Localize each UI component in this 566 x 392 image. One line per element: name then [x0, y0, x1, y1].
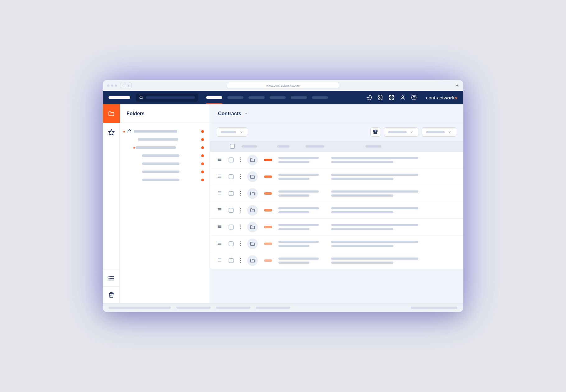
nav-tab-2[interactable]	[227, 91, 244, 104]
svg-rect-5	[390, 98, 391, 100]
folder-tree-item[interactable]	[123, 160, 204, 168]
folder-tree-item[interactable]	[123, 168, 204, 176]
drag-handle[interactable]	[217, 207, 222, 214]
row-menu[interactable]	[240, 208, 241, 212]
new-tab-button[interactable]: +	[455, 82, 459, 89]
cell-detail	[331, 190, 456, 197]
main-header: Contracts	[210, 104, 463, 123]
forward-button[interactable]: ›	[126, 83, 132, 88]
left-rail	[103, 104, 120, 303]
row-checkbox[interactable]	[229, 157, 234, 162]
drag-handle[interactable]	[217, 173, 222, 180]
column-header[interactable]	[365, 145, 381, 148]
cell-name	[278, 241, 325, 247]
browser-window: ‹ › www.contractworks.com + contra	[103, 80, 463, 312]
main-title: Contracts	[218, 111, 241, 116]
cell-name	[278, 190, 325, 197]
row-menu[interactable]	[240, 157, 241, 162]
filter-button-3[interactable]	[422, 127, 456, 137]
table-row[interactable]	[210, 185, 463, 202]
table-header	[210, 141, 463, 152]
row-menu[interactable]	[240, 174, 241, 179]
rail-favorites[interactable]	[103, 123, 120, 142]
help-icon[interactable]	[411, 95, 417, 100]
folder-label	[138, 138, 178, 141]
nav-tab-5[interactable]	[291, 91, 307, 104]
select-all-checkbox[interactable]	[230, 144, 235, 149]
rail-list[interactable]	[103, 270, 120, 286]
column-header[interactable]	[277, 145, 290, 148]
sidebar-title: Folders	[120, 104, 210, 123]
column-header[interactable]	[242, 145, 257, 148]
app-logo[interactable]	[109, 96, 130, 99]
user-icon[interactable]	[400, 95, 406, 100]
table-row[interactable]	[210, 219, 463, 235]
reports-icon[interactable]	[366, 95, 372, 100]
row-checkbox[interactable]	[229, 258, 234, 263]
drag-handle[interactable]	[217, 224, 222, 230]
row-menu[interactable]	[240, 191, 241, 196]
drag-handle[interactable]	[217, 190, 222, 197]
grid-icon[interactable]	[389, 95, 394, 100]
nav-tab-3[interactable]	[248, 91, 265, 104]
view-toggle[interactable]	[370, 127, 380, 137]
window-controls[interactable]	[107, 84, 117, 87]
table-row[interactable]	[210, 168, 463, 185]
drag-handle[interactable]	[217, 257, 222, 264]
rail-folders[interactable]	[103, 104, 120, 123]
svg-point-9	[414, 98, 414, 99]
cell-detail	[331, 157, 456, 163]
nav-tab-6[interactable]	[312, 91, 328, 104]
notification-dot	[201, 138, 204, 141]
svg-point-15	[109, 278, 109, 279]
filter-button-1[interactable]	[217, 127, 247, 137]
nav-tab-4[interactable]	[270, 91, 286, 104]
column-header[interactable]	[306, 145, 324, 148]
folder-tree-item[interactable]	[123, 176, 204, 184]
row-checkbox[interactable]	[229, 208, 234, 213]
cell-detail	[331, 241, 456, 247]
cell-detail	[331, 174, 456, 180]
row-checkbox[interactable]	[229, 191, 234, 196]
folder-tree-item[interactable]: ★	[123, 144, 204, 152]
filter-button-2[interactable]	[384, 127, 418, 137]
cell-name	[278, 174, 325, 180]
rail-trash[interactable]	[103, 286, 120, 303]
status-tag	[264, 209, 272, 212]
svg-rect-4	[392, 95, 394, 97]
row-checkbox[interactable]	[229, 225, 234, 230]
gear-icon[interactable]	[378, 95, 383, 100]
row-checkbox[interactable]	[229, 241, 234, 246]
back-button[interactable]: ‹	[120, 83, 126, 88]
table-row[interactable]	[210, 152, 463, 168]
folder-tree-item[interactable]	[123, 152, 204, 160]
folder-tree-item[interactable]: ★	[123, 127, 204, 135]
drag-handle[interactable]	[217, 157, 222, 163]
row-menu[interactable]	[240, 225, 241, 229]
cell-detail	[331, 207, 456, 213]
drag-handle[interactable]	[217, 240, 222, 247]
item-type-icon	[247, 171, 258, 182]
notification-dot	[201, 154, 204, 157]
svg-point-7	[402, 96, 404, 98]
svg-rect-3	[390, 95, 391, 97]
nav-tabs	[206, 91, 328, 104]
table-row[interactable]	[210, 252, 463, 269]
brand-logo: contractworks	[426, 95, 457, 100]
folder-tree-item[interactable]	[123, 135, 204, 144]
search-input[interactable]	[136, 93, 198, 102]
main-panel: Contracts	[210, 104, 463, 303]
row-menu[interactable]	[240, 241, 241, 246]
item-type-icon	[247, 205, 258, 216]
chevron-down-icon[interactable]	[244, 112, 248, 116]
folder-label	[136, 146, 176, 149]
svg-point-2	[380, 97, 381, 98]
row-checkbox[interactable]	[229, 174, 234, 179]
nav-buttons[interactable]: ‹ ›	[120, 83, 132, 88]
row-menu[interactable]	[240, 258, 241, 263]
url-bar[interactable]: www.contractworks.com	[227, 82, 339, 89]
nav-tab-1[interactable]	[206, 91, 222, 104]
table-row[interactable]	[210, 235, 463, 252]
cell-name	[278, 258, 325, 264]
table-row[interactable]	[210, 202, 463, 219]
